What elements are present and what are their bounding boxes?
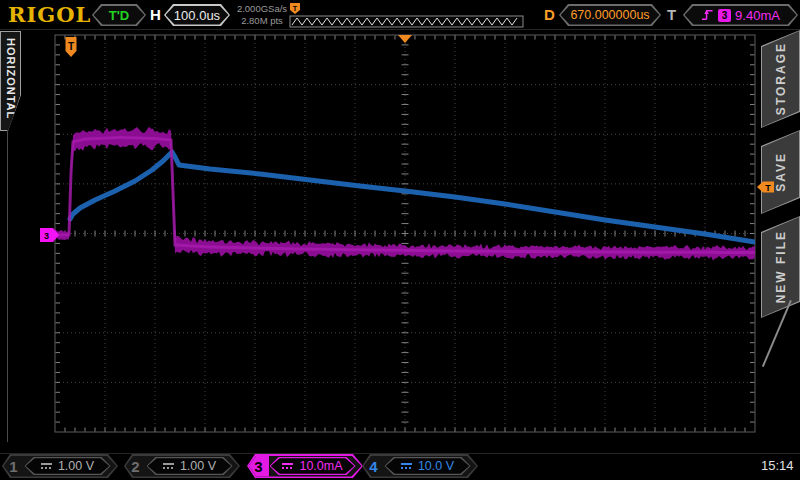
dc-coupling-icon bbox=[163, 463, 174, 469]
clock: 15:14 bbox=[761, 458, 794, 473]
channel-1-scale: 1.00 V bbox=[58, 459, 94, 473]
svg-text:T: T bbox=[765, 183, 771, 193]
waveform-display: T3TT bbox=[0, 0, 800, 480]
svg-text:T: T bbox=[293, 5, 298, 12]
channel-4-badge[interactable]: 4 10.0 V bbox=[362, 454, 478, 478]
dc-coupling-icon bbox=[41, 463, 52, 469]
channel-3-badge[interactable]: 3 10.0mA bbox=[247, 454, 363, 478]
horizontal-reference-marker bbox=[398, 35, 412, 43]
channel-2-number: 2 bbox=[126, 458, 146, 475]
channel-2-scale: 1.00 V bbox=[180, 459, 216, 473]
channel-1-number: 1 bbox=[4, 458, 24, 475]
oscilloscope-screen: { "brand": "RIGOL", "topbar": { "status"… bbox=[0, 0, 800, 480]
channel-4-number: 4 bbox=[364, 458, 384, 475]
channel-2-badge[interactable]: 2 1.00 V bbox=[124, 454, 240, 478]
dc-coupling-icon bbox=[282, 463, 293, 469]
channel-3-scale: 10.0mA bbox=[299, 459, 342, 473]
svg-text:3: 3 bbox=[44, 231, 49, 241]
dc-coupling-icon bbox=[401, 463, 412, 469]
svg-text:T: T bbox=[68, 41, 74, 52]
channel-4-scale: 10.0 V bbox=[418, 459, 454, 473]
channel-1-badge[interactable]: 1 1.00 V bbox=[2, 454, 118, 478]
